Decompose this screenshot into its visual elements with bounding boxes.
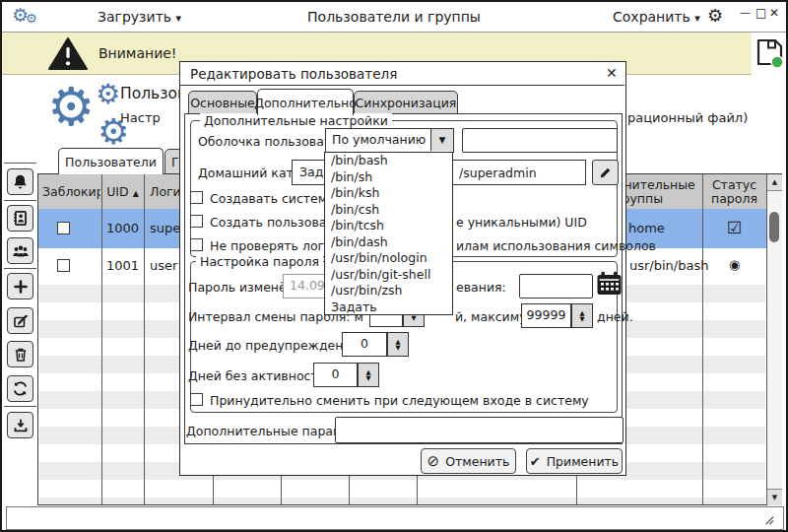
dialog-tab-sync[interactable]: Синхронизация	[354, 91, 458, 114]
address-book-button[interactable]	[7, 205, 33, 232]
password-settings-legend: Настройка пароля	[196, 254, 323, 269]
page-subtitle-right: рационный файл)	[627, 110, 748, 125]
cell-extra-groups: home	[628, 221, 665, 235]
settings-gear-icon[interactable]: ⚙	[707, 5, 723, 26]
cell-extra-groups: usr/bin/bash	[629, 258, 708, 273]
password-status-checked-icon: ☑	[727, 218, 742, 237]
shell-option[interactable]: /bin/sh	[325, 169, 452, 186]
column-header-blocked[interactable]: Заблокирован	[42, 184, 100, 199]
scroll-up-button[interactable]: ▲	[767, 174, 782, 191]
cell-uid: 1000	[101, 221, 144, 235]
chevron-down-icon: ▾	[694, 12, 700, 25]
edit-pencil-icon	[13, 313, 29, 329]
skip-login-check-label-tail: илам использования символов	[456, 238, 656, 253]
dialog-title: Редактировать пользователя	[190, 66, 397, 82]
dialog-tab-advanced[interactable]: Дополнительно	[257, 89, 354, 115]
resize-grip-icon[interactable]	[760, 511, 775, 526]
address-book-icon	[12, 210, 29, 227]
maximize-button[interactable]: □	[755, 6, 766, 20]
shell-option[interactable]: /usr/bin/nologin	[325, 250, 452, 267]
dialog-titlebar: Редактировать пользователя ✕	[180, 62, 624, 86]
force-change-checkbox[interactable]	[190, 393, 203, 406]
shell-custom-input[interactable]	[462, 128, 618, 153]
shell-option[interactable]: /bin/bash	[325, 153, 452, 169]
import-button[interactable]	[7, 412, 33, 438]
expiry-date-input[interactable]	[519, 274, 593, 299]
shell-option[interactable]: /bin/tcsh	[325, 218, 452, 234]
warn-days-label: Дней до предупреждения:	[188, 338, 362, 353]
inactive-days-label: Дней без активности:	[188, 368, 330, 383]
sort-ascending-icon: ▲	[133, 189, 139, 198]
create-system-user-checkbox[interactable]	[190, 191, 203, 204]
shell-option[interactable]: /bin/dash	[325, 234, 452, 251]
inactive-days-spinner[interactable]: ▲▼	[358, 363, 379, 387]
spin-down-icon: ▼	[366, 375, 371, 381]
combo-arrow-icon[interactable]: ▼	[430, 129, 453, 151]
page-logo-gear-icon: ⚙	[96, 81, 120, 108]
warn-days-input[interactable]: 0	[342, 332, 387, 357]
non-unique-uid-checkbox[interactable]	[190, 215, 203, 228]
check-icon: ✔	[530, 454, 541, 469]
delete-user-button[interactable]	[7, 341, 33, 367]
toolbar-separator	[4, 200, 36, 201]
force-change-label: Принудительно сменить при следующем вход…	[210, 393, 589, 408]
days-suffix-label: дней.	[597, 309, 633, 324]
dialog-close-icon[interactable]: ✕	[606, 65, 618, 81]
refresh-icon	[12, 380, 29, 397]
toolbar-separator	[4, 406, 36, 407]
apply-button[interactable]: ✔Применить	[526, 448, 623, 474]
table-empty-row	[39, 480, 765, 498]
interval-max-spinner[interactable]: ▲▼	[571, 303, 593, 328]
application-window: ⚙ ⚙ Загрузить ▾ Пользователи и группы Со…	[0, 0, 788, 532]
extra-params-input[interactable]	[335, 417, 624, 443]
spin-down-icon: ▼	[580, 316, 585, 322]
warn-days-spinner[interactable]: ▲▼	[387, 332, 409, 357]
trash-icon	[13, 347, 29, 363]
page-logo-gear-icon: ⚙	[47, 81, 95, 134]
shell-combobox[interactable]: По умолчанию ▼	[325, 128, 454, 153]
shell-option[interactable]: /usr/bin/git-shell	[325, 267, 452, 284]
notifications-button[interactable]	[7, 168, 33, 195]
column-header-password-status[interactable]: Статуспароля	[702, 177, 766, 207]
shell-option[interactable]: /bin/csh	[325, 202, 452, 219]
minimize-button[interactable]: —	[740, 6, 751, 19]
calendar-icon[interactable]	[596, 271, 623, 297]
column-divider	[702, 174, 703, 504]
edit-user-button[interactable]	[7, 307, 33, 334]
shell-option[interactable]: /bin/ksh	[325, 185, 452, 202]
pencil-icon	[598, 166, 613, 180]
shell-option[interactable]: Задать	[325, 299, 452, 316]
plus-icon	[13, 279, 29, 295]
close-button[interactable]: ✕	[769, 6, 779, 20]
column-header-uid[interactable]: UID ▲	[101, 184, 144, 199]
cell-login: user	[150, 258, 177, 273]
row-blocked-checkbox[interactable]	[57, 222, 70, 234]
row-blocked-checkbox[interactable]	[57, 259, 70, 272]
interval-max-input[interactable]: 99999	[521, 303, 571, 328]
unsaved-changes-dot	[771, 56, 783, 68]
save-menu-button[interactable]: Сохранить ▾	[613, 9, 700, 25]
user-groups-button[interactable]	[7, 237, 33, 264]
floppy-save-icon[interactable]	[755, 37, 785, 69]
spin-down-icon: ▼	[412, 315, 417, 321]
non-unique-uid-label-tail: е уникальными) UID	[456, 215, 587, 230]
spin-down-icon: ▼	[396, 345, 401, 351]
tab-users[interactable]: Пользователи	[58, 148, 164, 174]
page-subtitle-left: Настр	[120, 110, 161, 125]
add-user-button[interactable]	[7, 273, 33, 299]
cancel-icon: ⊘	[427, 452, 440, 470]
shell-option[interactable]: /usr/bin/zsh	[325, 283, 452, 299]
dialog-tab-general[interactable]: Основные	[188, 91, 257, 114]
expiry-date-label-tail: евания:	[456, 280, 506, 295]
users-group-icon	[12, 242, 30, 260]
scrollbar-thumb[interactable]	[769, 212, 779, 242]
refresh-button[interactable]	[7, 375, 33, 402]
cancel-button[interactable]: ⊘Отменить	[421, 448, 516, 474]
titlebar: ⚙ ⚙ Загрузить ▾ Пользователи и группы Со…	[2, 2, 786, 33]
save-indicator-area	[752, 33, 786, 74]
table-scrollbar[interactable]: ▲ ▼	[766, 174, 782, 504]
skip-login-check-checkbox[interactable]	[190, 238, 203, 251]
edit-home-path-button[interactable]	[592, 160, 619, 185]
inactive-days-input[interactable]: 0	[313, 363, 358, 387]
scroll-down-button[interactable]: ▼	[767, 489, 782, 505]
